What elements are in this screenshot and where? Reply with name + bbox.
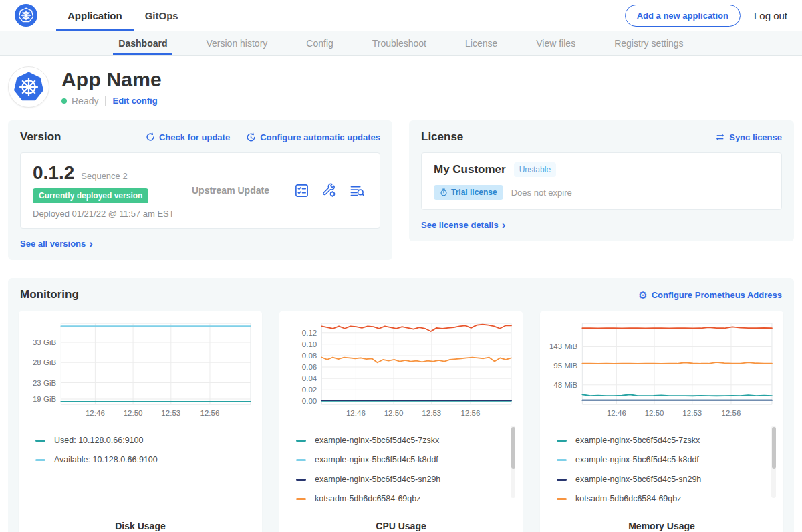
see-license-details-link[interactable]: See license details›: [421, 220, 505, 230]
sync-license-label: Sync license: [729, 132, 782, 142]
legend-item[interactable]: kotsadm-5db6dc6584-69qbz: [557, 489, 767, 509]
kubernetes-logo-icon: [15, 4, 37, 27]
deployed-badge: Currently deployed version: [33, 188, 148, 203]
svg-text:12:46: 12:46: [86, 409, 105, 417]
svg-text:48 MiB: 48 MiB: [553, 381, 577, 389]
legend-item[interactable]: example-nginx-5bc6f5d4c5-k8ddf: [296, 450, 506, 470]
tab-gitops[interactable]: GitOps: [134, 0, 190, 31]
monitoring-section: Monitoring ⚙ Configure Prometheus Addres…: [8, 278, 794, 532]
svg-text:95 MiB: 95 MiB: [553, 362, 577, 370]
legend-swatch: [557, 440, 567, 442]
configure-prometheus-label: Configure Prometheus Address: [652, 290, 782, 300]
svg-text:0.00: 0.00: [302, 397, 317, 405]
legend-scrollbar-thumb[interactable]: [772, 427, 776, 469]
legend-label: example-nginx-5bc6f5d4c5-7zskx: [575, 436, 700, 445]
deployed-timestamp: Deployed 01/21/22 @ 11:57 am EST: [33, 209, 186, 219]
legend-label: example-nginx-5bc6f5d4c5-k8ddf: [575, 455, 699, 464]
see-all-versions-label: See all versions: [20, 239, 86, 249]
legend-swatch: [296, 440, 306, 442]
legend-swatch: [35, 459, 45, 461]
svg-text:12:50: 12:50: [645, 409, 664, 417]
schedule-update-icon: [246, 132, 256, 142]
preflight-logs-icon[interactable]: [349, 183, 365, 198]
page-title: App Name: [61, 68, 162, 91]
version-card-title: Version: [20, 130, 61, 144]
sync-icon: [715, 132, 725, 142]
legend-label: Used: 10.128.0.66:9100: [54, 436, 143, 445]
refresh-icon: [146, 132, 155, 142]
version-source-label: Upstream Update: [192, 185, 269, 196]
chart-title: Memory Usage: [547, 517, 776, 532]
license-card-title: License: [421, 130, 463, 144]
legend-swatch: [557, 498, 567, 500]
configure-prometheus-link[interactable]: ⚙ Configure Prometheus Address: [638, 290, 782, 300]
svg-text:12:46: 12:46: [346, 409, 366, 417]
channel-badge: Unstable: [514, 162, 556, 177]
svg-text:28 GiB: 28 GiB: [33, 358, 57, 366]
legend-item[interactable]: kotsadm-5db6dc6584-69qbz: [296, 489, 506, 509]
chart-title: Disk Usage: [26, 517, 255, 532]
legend-item[interactable]: example-nginx-5bc6f5d4c5-sn29h: [557, 470, 767, 489]
app-sub-nav: Dashboard Version history Config Trouble…: [0, 31, 802, 56]
chart-card-disk-usage: 33 GiB28 GiB23 GiB19 GiB12:4612:5012:531…: [19, 311, 262, 532]
license-card: License Sync license My Customer Unstabl…: [409, 120, 794, 241]
tab-application-label: Application: [68, 10, 122, 21]
tab-dashboard[interactable]: Dashboard: [117, 31, 168, 55]
svg-text:12:56: 12:56: [722, 409, 741, 417]
check-for-update-label: Check for update: [159, 132, 230, 142]
svg-text:0.08: 0.08: [302, 352, 317, 360]
legend-label: Available: 10.128.0.66:9100: [54, 455, 158, 464]
legend-label: example-nginx-5bc6f5d4c5-7zskx: [315, 436, 439, 445]
release-notes-icon[interactable]: [294, 183, 309, 198]
svg-text:0.10: 0.10: [302, 340, 317, 348]
tab-registry-settings[interactable]: Registry settings: [613, 31, 684, 55]
legend-item[interactable]: example-nginx-5bc6f5d4c5-sn29h: [296, 470, 506, 489]
legend-swatch: [557, 459, 567, 461]
log-out-link[interactable]: Log out: [754, 10, 789, 21]
svg-text:33 GiB: 33 GiB: [33, 338, 57, 346]
legend-scrollbar-thumb[interactable]: [511, 427, 515, 469]
chevron-right-icon: ›: [89, 241, 93, 247]
svg-text:12:50: 12:50: [384, 409, 404, 417]
legend-scrollbar[interactable]: [771, 426, 776, 498]
sync-license-link[interactable]: Sync license: [715, 132, 782, 142]
tab-view-files[interactable]: View files: [535, 31, 577, 55]
config-tools-icon[interactable]: [321, 183, 337, 198]
tab-troubleshoot[interactable]: Troubleshoot: [371, 31, 428, 55]
legend-swatch: [296, 479, 306, 481]
legend-item[interactable]: example-nginx-5bc6f5d4c5-k8ddf: [557, 450, 767, 470]
tab-config[interactable]: Config: [305, 31, 334, 55]
legend-label: kotsadm-5db6dc6584-69qbz: [315, 494, 420, 503]
chart-plot: 33 GiB28 GiB23 GiB19 GiB12:4612:5012:531…: [26, 319, 255, 424]
legend-label: example-nginx-5bc6f5d4c5-sn29h: [315, 475, 440, 484]
svg-text:0.12: 0.12: [302, 329, 317, 337]
tab-gitops-label: GitOps: [145, 10, 178, 21]
see-license-details-label: See license details: [421, 220, 499, 230]
tab-version-history[interactable]: Version history: [205, 31, 269, 55]
chart-legend: example-nginx-5bc6f5d4c5-7zskxexample-ng…: [287, 424, 515, 517]
legend-item[interactable]: example-nginx-5bc6f5d4c5-7zskx: [296, 431, 506, 450]
status-badge: Ready: [72, 96, 98, 106]
check-for-update-link[interactable]: Check for update: [146, 132, 230, 142]
chart-title: CPU Usage: [287, 517, 515, 532]
add-new-application-button[interactable]: Add a new application: [625, 5, 741, 27]
chart-card-cpu-usage: 0.120.100.080.060.040.020.0012:4612:5012…: [279, 311, 523, 532]
svg-text:0.04: 0.04: [302, 374, 317, 382]
legend-item[interactable]: example-nginx-5bc6f5d4c5-7zskx: [557, 431, 767, 450]
legend-item[interactable]: Available: 10.128.0.66:9100: [35, 450, 245, 470]
legend-swatch: [296, 498, 306, 500]
configure-automatic-updates-link[interactable]: Configure automatic updates: [246, 132, 380, 142]
legend-label: kotsadm-5db6dc6584-69qbz: [575, 494, 681, 503]
tab-application[interactable]: Application: [56, 0, 134, 31]
edit-config-link[interactable]: Edit config: [112, 96, 157, 106]
svg-text:12:50: 12:50: [124, 409, 143, 417]
svg-text:143 MiB: 143 MiB: [549, 342, 578, 350]
legend-item[interactable]: Used: 10.128.0.66:9100: [35, 431, 245, 450]
legend-scrollbar[interactable]: [511, 426, 515, 498]
configure-automatic-updates-label: Configure automatic updates: [260, 132, 380, 142]
chart-card-memory-usage: 143 MiB95 MiB48 MiB12:4612:5012:5312:56e…: [540, 311, 783, 532]
trial-license-badge: Trial license: [434, 185, 503, 200]
tab-license[interactable]: License: [464, 31, 499, 55]
see-all-versions-link[interactable]: See all versions›: [20, 239, 93, 249]
divider: [105, 96, 106, 106]
